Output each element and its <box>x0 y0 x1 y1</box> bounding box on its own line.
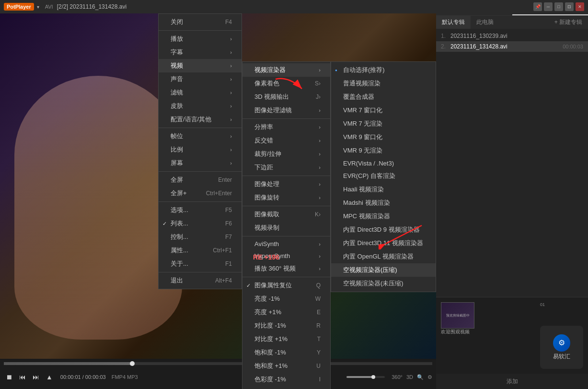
menu-renderer-vmr9w[interactable]: VMR 9 窗口化 <box>331 130 436 144</box>
minimize-button[interactable]: ─ <box>544 2 553 11</box>
fullmax-button[interactable]: ⊡ <box>565 2 574 11</box>
menu-renderer-vmr7w[interactable]: VMR 7 窗口化 <box>331 104 436 117</box>
bottom-controls: ⏹ ⏮ ⏭ ▲ 00:00:01 / 00:00:03 FMP4 MP3 360… <box>0 360 436 389</box>
maximize-button[interactable]: □ <box>554 2 563 11</box>
menu-record[interactable]: 视频录制 <box>242 221 330 235</box>
menu-fullscreen[interactable]: 全屏 Enter <box>159 173 242 187</box>
menu-play[interactable]: 播放 › <box>159 32 242 46</box>
menu-deinterlace[interactable]: 反交错 › <box>242 134 330 147</box>
menu-image-rotate[interactable]: 图像旋转 › <box>242 191 330 204</box>
menu-video-renderer[interactable]: 视频渲染器 › <box>242 63 330 77</box>
video-sep-4 <box>242 236 330 236</box>
menu-renderer-evr-cp[interactable]: EVR(CP) 自客渲染 <box>331 169 436 183</box>
menu-screen[interactable]: 屏幕 › <box>159 156 242 170</box>
menu-3d-output[interactable]: 3D 视频输出 J› <box>242 90 330 104</box>
playlist-item-2[interactable]: 2. 20231116_131428.avi 00:00:03 <box>436 41 588 52</box>
menu-renderer-vmr7r[interactable]: VMR 7 无渲染 <box>331 117 436 130</box>
menu-saturation-minus[interactable]: 饱和度 -1% Y <box>242 346 330 359</box>
video-sep-1 <box>242 118 330 119</box>
menu-renderer-mpc[interactable]: MPC 视频渲染器 <box>331 210 436 223</box>
menu-bottom-margin[interactable]: 下边距 › <box>242 161 330 174</box>
titlebar-dropdown[interactable]: ▾ <box>37 4 39 10</box>
menu-video[interactable]: 视频 › <box>159 59 242 72</box>
video-sep-2 <box>242 176 330 176</box>
menu-360video[interactable]: 播放 360° 视频 › <box>242 262 330 275</box>
volume-thumb[interactable] <box>371 375 375 379</box>
bottom-right-buttons: 360° 3D 🔍 ⚙ <box>392 374 432 380</box>
menu-crop[interactable]: 裁剪/拉伸 › <box>242 147 330 161</box>
subtab-default[interactable]: 默认专辑 <box>436 16 471 29</box>
right-panel: 浏览器 播放列表 默认专辑 此电脑 + 新建专辑 1. 20231116_130… <box>436 0 588 389</box>
menu-renderer-opengl[interactable]: 内置 OpenGL 视频渲染器 <box>331 250 436 263</box>
menu-renderer-vmr9r[interactable]: VMR 9 无渲染 <box>331 144 436 157</box>
menu-about[interactable]: 关于... F1 <box>159 257 242 271</box>
close-button[interactable]: ✕ <box>576 2 584 11</box>
menu-sep-5 <box>159 272 242 272</box>
menu-vapoursynth[interactable]: VapourSynth › <box>242 250 330 262</box>
menu-image-process[interactable]: 图像处理 › <box>242 177 330 191</box>
right-panel-tabs-bottom: 默认专辑 此电脑 + 新建专辑 <box>436 15 588 29</box>
open-button[interactable]: ▲ <box>44 372 55 382</box>
file-title: [2/2] 20231116_131428.avi <box>57 3 533 10</box>
stop-button[interactable]: ⏹ <box>4 372 14 382</box>
menu-sep-1 <box>159 30 242 31</box>
subtab-new[interactable]: + 新建专辑 <box>549 16 588 29</box>
menu-resolution[interactable]: 分辨率 › <box>242 120 330 134</box>
check-icon: ✓ <box>162 221 167 227</box>
menu-renderer-overlay[interactable]: 覆盖合成器 <box>331 90 436 104</box>
menu-brightness-plus[interactable]: 亮度 +1% E <box>242 306 330 319</box>
playlist-item-1[interactable]: 1. 20231116_130239.avi <box>436 31 588 41</box>
menu-renderer-madshi[interactable]: Madshi 视频渲染 <box>331 196 436 210</box>
menu-renderer-evr[interactable]: EVR(Vista / .Net3) <box>331 157 436 169</box>
menu-properties[interactable]: 属性... Ctrl+F1 <box>159 244 242 257</box>
menu-fullscreen-plus[interactable]: 全屏+ Ctrl+Enter <box>159 187 242 200</box>
menu-list[interactable]: ✓ 列表... F6 <box>159 217 242 230</box>
menu-exit[interactable]: 退出 Alt+F4 <box>159 274 242 287</box>
menu-close[interactable]: 关闭 F4 <box>159 15 242 29</box>
format-badge: AVI <box>45 4 53 10</box>
menu-subtitle[interactable]: 字幕 › <box>159 46 242 59</box>
prev-button[interactable]: ⏮ <box>17 372 28 382</box>
menu-saturation-plus[interactable]: 饱和度 +1% U <box>242 359 330 373</box>
menu-contrast-minus[interactable]: 对比度 -1% R <box>242 319 330 332</box>
menu-renderer-auto[interactable]: 自动选择(推荐) <box>331 63 436 77</box>
volume-bar[interactable] <box>346 376 385 378</box>
menu-hue-plus[interactable]: 色彩度 +1% O <box>242 386 330 389</box>
item-num-1: 1. <box>441 33 449 39</box>
menu-reset-image[interactable]: ✓ 图像属性复位 Q <box>242 279 330 292</box>
menu-config[interactable]: 配置/语言/其他 › <box>159 113 242 126</box>
next-button[interactable]: ⏭ <box>31 372 41 382</box>
check-icon-2: ✓ <box>246 283 251 289</box>
menu-renderer-null-compressed[interactable]: 空视频渲染器(压缩) <box>331 263 436 277</box>
pin-button[interactable]: 📌 <box>533 2 542 11</box>
settings-icon[interactable]: ⚙ <box>427 374 432 380</box>
menu-options[interactable]: 选项... F5 <box>159 203 242 217</box>
menu-avisynth[interactable]: AviSynth › <box>242 238 330 250</box>
menu-renderer-d3d9[interactable]: 内置 Direct3D 9 视频渲染器 <box>331 223 436 236</box>
menu-renderer-d3d11[interactable]: 内置 Direct3D 11 视频渲染器 <box>331 236 436 250</box>
preview-info: 01 <box>540 302 545 307</box>
menu-hue-minus[interactable]: 色彩度 -1% I <box>242 373 330 386</box>
menu-renderer-null-uncompressed[interactable]: 空视频渲染器(未压缩) <box>331 277 436 290</box>
menu-renderer-haali[interactable]: Haali 视频渲染 <box>331 183 436 196</box>
progress-bar[interactable] <box>4 362 432 365</box>
menu-contrast-plus[interactable]: 对比度 +1% T <box>242 332 330 346</box>
thumbnail-preview: 预览剪辑截图中 <box>441 302 474 329</box>
menu-renderer-normal[interactable]: 普通视频渲染 <box>331 77 436 90</box>
menu-skin[interactable]: 皮肤 › <box>159 99 242 113</box>
menu-ratio[interactable]: 比例 › <box>159 143 242 156</box>
add-button[interactable]: 添加 <box>436 374 588 389</box>
menu-sep-4 <box>159 201 242 202</box>
search-icon[interactable]: 🔍 <box>417 374 424 380</box>
menu-pixel-shader[interactable]: 像素着色 S› <box>242 77 330 90</box>
menu-audio[interactable]: 声音 › <box>159 72 242 86</box>
menu-control[interactable]: 控制... F7 <box>159 230 242 244</box>
menu-frame[interactable]: 帧位 › <box>159 130 242 143</box>
menu-image-filter[interactable]: 图像处理滤镜 › <box>242 104 330 117</box>
format-display: FMP4 MP3 <box>112 374 138 380</box>
menu-screenshot[interactable]: 图像截取 K› <box>242 208 330 221</box>
menu-filter[interactable]: 滤镜 › <box>159 86 242 99</box>
subtab-pc[interactable]: 此电脑 <box>471 16 499 29</box>
3d-badge: 3D <box>406 374 413 380</box>
menu-brightness-minus[interactable]: 亮度 -1% W <box>242 292 330 306</box>
